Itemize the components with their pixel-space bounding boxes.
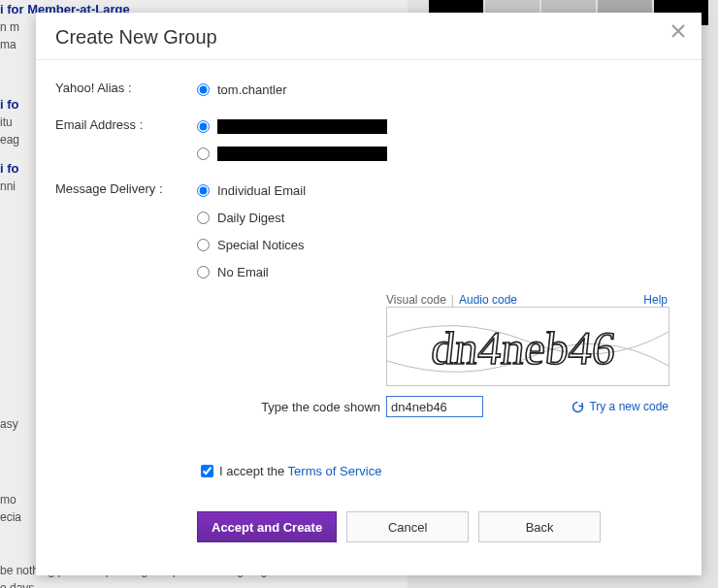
modal-header: Create New Group — [36, 13, 702, 60]
tos-row: I accept the Terms of Service — [197, 462, 682, 480]
email-row: Email Address : — [55, 116, 682, 163]
tos-checkbox[interactable] — [201, 465, 213, 477]
delivery-label: Message Delivery : — [55, 180, 197, 196]
captcha-input[interactable] — [386, 396, 483, 417]
alias-row: Yahoo! Alias : tom.chantler — [55, 80, 682, 99]
delivery-row: Message Delivery : Individual Email Dail… — [55, 180, 682, 281]
delivery-individual-label: Individual Email — [217, 183, 306, 198]
delivery-none[interactable]: No Email — [197, 262, 682, 281]
alias-radio[interactable] — [197, 83, 210, 96]
redacted-email-1 — [217, 119, 387, 134]
delivery-daily[interactable]: Daily Digest — [197, 208, 682, 227]
delivery-radio-daily[interactable] — [197, 212, 210, 224]
captcha-visual-tab[interactable]: Visual code — [386, 293, 446, 307]
email-option-1[interactable] — [197, 116, 682, 136]
try-new-code-label: Try a new code — [589, 400, 669, 413]
delivery-individual[interactable]: Individual Email — [197, 180, 682, 200]
refresh-icon — [571, 401, 584, 413]
delivery-daily-label: Daily Digest — [217, 211, 284, 225]
delivery-radio-none[interactable] — [197, 266, 210, 278]
alias-value: tom.chantler — [217, 82, 287, 97]
modal-body: Yahoo! Alias : tom.chantler Email Addres… — [36, 60, 702, 562]
try-new-code-link[interactable]: Try a new code — [571, 400, 669, 413]
cancel-button[interactable]: Cancel — [346, 511, 469, 542]
modal-buttons: Accept and Create Cancel Back — [197, 511, 682, 542]
email-radio-1[interactable] — [197, 120, 210, 133]
captcha-section: Visual code | Audio code Help dn4neb46 T… — [197, 293, 669, 417]
delivery-radio-individual[interactable] — [197, 184, 210, 197]
alias-option[interactable]: tom.chantler — [197, 80, 682, 99]
delivery-radio-special[interactable] — [197, 239, 210, 251]
close-icon[interactable] — [667, 24, 690, 48]
delivery-special-label: Special Notices — [217, 238, 305, 252]
back-button[interactable]: Back — [478, 511, 601, 542]
email-radio-2[interactable] — [197, 147, 210, 160]
create-group-modal: Create New Group Yahoo! Alias : tom.chan… — [36, 13, 702, 575]
redacted-email-2 — [217, 147, 387, 161]
captcha-tab-separator: | — [451, 293, 454, 307]
svg-text:dn4neb46: dn4neb46 — [429, 322, 618, 374]
captcha-help-link[interactable]: Help — [643, 293, 668, 307]
captcha-prompt: Type the code shown — [197, 400, 386, 414]
accept-create-button[interactable]: Accept and Create — [197, 511, 337, 542]
alias-label: Yahoo! Alias : — [55, 80, 197, 95]
captcha-image: dn4neb46 — [386, 307, 669, 386]
delivery-special[interactable]: Special Notices — [197, 235, 682, 254]
email-option-2[interactable] — [197, 144, 682, 163]
delivery-none-label: No Email — [217, 265, 269, 279]
modal-title: Create New Group — [55, 26, 217, 48]
captcha-audio-tab[interactable]: Audio code — [459, 293, 517, 307]
tos-link[interactable]: Terms of Service — [288, 464, 382, 478]
email-label: Email Address : — [55, 116, 197, 132]
tos-prefix: I accept the — [219, 464, 288, 478]
